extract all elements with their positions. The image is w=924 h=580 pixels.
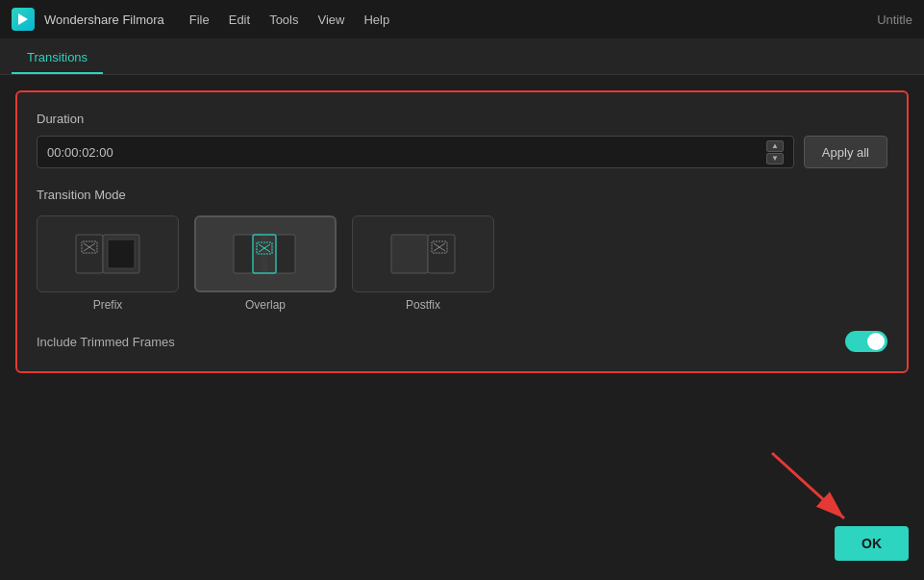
menu-help[interactable]: Help bbox=[363, 13, 389, 27]
apply-all-button[interactable]: Apply all bbox=[804, 136, 887, 168]
duration-input[interactable] bbox=[47, 145, 759, 160]
menu-file[interactable]: File bbox=[189, 13, 210, 27]
include-trimmed-row: Include Trimmed Frames bbox=[37, 331, 887, 352]
spinner-up-button[interactable]: ▲ bbox=[766, 140, 784, 152]
mode-prefix-box[interactable] bbox=[37, 215, 179, 292]
overlap-icon bbox=[232, 230, 299, 278]
mode-cards: Prefix Overlap bbox=[37, 215, 887, 312]
tab-transitions[interactable]: Transitions bbox=[12, 42, 103, 74]
include-trimmed-label: Include Trimmed Frames bbox=[37, 335, 175, 349]
settings-panel: Duration ▲ ▼ Apply all Transition Mode bbox=[15, 90, 909, 373]
svg-rect-13 bbox=[391, 235, 428, 273]
footer-area: OK bbox=[835, 526, 909, 561]
spinner-down-button[interactable]: ▼ bbox=[766, 153, 784, 164]
svg-rect-14 bbox=[428, 235, 455, 273]
mode-prefix[interactable]: Prefix bbox=[37, 215, 179, 312]
svg-rect-6 bbox=[108, 240, 135, 268]
toggle-knob bbox=[867, 333, 885, 350]
postfix-icon bbox=[389, 230, 457, 278]
svg-rect-1 bbox=[76, 235, 103, 273]
prefix-icon bbox=[74, 230, 141, 278]
svg-marker-0 bbox=[18, 13, 28, 25]
mode-overlap-label: Overlap bbox=[245, 298, 286, 312]
mode-postfix-label: Postfix bbox=[406, 298, 440, 312]
mode-postfix-box[interactable] bbox=[352, 215, 494, 292]
svg-line-19 bbox=[772, 453, 844, 518]
mode-postfix[interactable]: Postfix bbox=[352, 215, 494, 312]
include-trimmed-toggle[interactable] bbox=[845, 331, 887, 352]
mode-overlap[interactable]: Overlap bbox=[194, 215, 337, 312]
app-logo bbox=[12, 8, 35, 31]
ok-button[interactable]: OK bbox=[835, 526, 909, 561]
main-content: Duration ▲ ▼ Apply all Transition Mode bbox=[0, 75, 924, 580]
tab-bar: Transitions bbox=[0, 38, 924, 75]
duration-label: Duration bbox=[37, 112, 887, 126]
mode-prefix-label: Prefix bbox=[93, 298, 123, 312]
menu-tools[interactable]: Tools bbox=[269, 13, 298, 27]
transition-mode-label: Transition Mode bbox=[37, 188, 887, 202]
menu-view[interactable]: View bbox=[317, 13, 344, 27]
menu-bar: File Edit Tools View Help bbox=[189, 13, 389, 27]
duration-input-wrapper: ▲ ▼ bbox=[37, 136, 794, 168]
window-title: Untitle bbox=[877, 13, 912, 27]
duration-row: ▲ ▼ Apply all bbox=[37, 136, 887, 168]
mode-overlap-box[interactable] bbox=[194, 215, 337, 292]
app-name: Wondershare Filmora bbox=[44, 13, 164, 27]
titlebar: Wondershare Filmora File Edit Tools View… bbox=[0, 0, 924, 38]
menu-edit[interactable]: Edit bbox=[229, 13, 250, 27]
arrow-indicator bbox=[753, 443, 868, 540]
spinner-buttons: ▲ ▼ bbox=[766, 140, 784, 164]
